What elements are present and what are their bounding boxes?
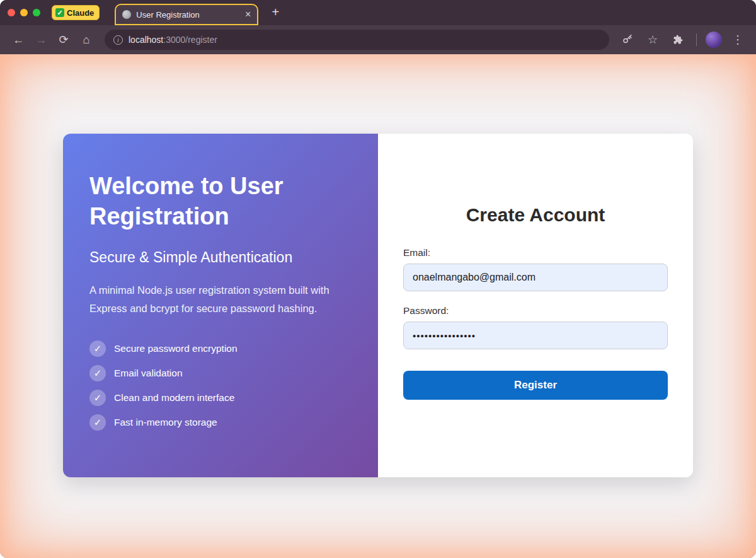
page-viewport: Welcome to User Registration Secure & Si… [0,54,756,558]
welcome-title: Welcome to User Registration [89,171,316,231]
checkmark-icon: ✓ [89,414,106,431]
site-info-icon[interactable]: i [113,35,123,45]
list-item: ✓ Fast in-memory storage [89,414,353,431]
claude-check-icon: ✓ [55,8,64,17]
checkmark-icon: ✓ [89,340,106,357]
checkmark-icon: ✓ [89,365,106,381]
tab-favicon-icon [122,10,131,19]
list-item: ✓ Clean and modern interface [89,390,353,406]
feature-label: Email validation [114,368,183,379]
address-bar[interactable]: i localhost:3000/register [105,30,609,50]
create-account-panel: Create Account Email: Password: Register [378,134,693,477]
passkey-button[interactable] [618,30,637,49]
toolbar-divider [696,33,697,46]
browser-menu-button[interactable]: ⋮ [728,30,747,49]
tab-user-registration[interactable]: User Registration × [115,4,258,25]
password-label: Password: [403,305,668,317]
form-heading: Create Account [403,204,668,226]
welcome-panel: Welcome to User Registration Secure & Si… [63,134,378,477]
forward-button[interactable]: → [32,30,50,49]
url-host: localhost [129,35,163,45]
welcome-subtitle: Secure & Simple Authentication [89,249,353,266]
bookmark-button[interactable]: ☆ [643,30,662,49]
puzzle-icon [672,34,684,45]
claude-extension-badge[interactable]: ✓ Claude [52,5,100,20]
zoom-window-button[interactable] [33,9,40,16]
list-item: ✓ Secure password encryption [89,340,353,357]
forward-arrow-icon: → [35,33,47,47]
url-path: :3000/register [163,35,217,45]
email-label: Email: [403,247,668,259]
minimize-window-button[interactable] [20,9,28,16]
reload-button[interactable]: ⟳ [54,30,73,49]
tab-close-icon[interactable]: × [245,9,251,20]
registration-card: Welcome to User Registration Secure & Si… [63,134,693,477]
tab-title: User Registration [136,10,240,20]
close-window-button[interactable] [8,9,15,16]
feature-label: Fast in-memory storage [114,417,217,428]
checkmark-icon: ✓ [89,390,106,406]
email-field[interactable] [403,264,668,291]
extensions-button[interactable] [668,30,687,49]
browser-toolbar: ← → ⟳ ⌂ i localhost:3000/register ☆ [0,25,756,54]
feature-label: Clean and modern interface [114,392,234,404]
browser-window: ✓ Claude User Registration × + ← → ⟳ ⌂ i… [0,0,756,558]
welcome-description: A minimal Node.js user registration syst… [89,281,353,318]
feature-label: Secure password encryption [114,343,238,354]
home-button[interactable]: ⌂ [77,30,96,49]
claude-badge-label: Claude [67,8,94,18]
back-arrow-icon: ← [13,33,24,47]
profile-avatar[interactable] [706,32,722,48]
kebab-menu-icon: ⋮ [732,33,743,47]
traffic-lights [8,9,40,16]
password-field[interactable] [403,322,668,349]
key-icon [622,34,633,45]
home-icon: ⌂ [83,33,90,47]
list-item: ✓ Email validation [89,365,353,381]
toolbar-right-icons: ☆ ⋮ [618,30,747,49]
new-tab-button[interactable]: + [267,4,284,21]
back-button[interactable]: ← [9,30,28,49]
reload-icon: ⟳ [59,33,68,47]
register-button[interactable]: Register [403,371,668,400]
url-text: localhost:3000/register [129,35,217,45]
tab-strip: ✓ Claude User Registration × + [0,0,756,25]
star-icon: ☆ [648,33,658,47]
